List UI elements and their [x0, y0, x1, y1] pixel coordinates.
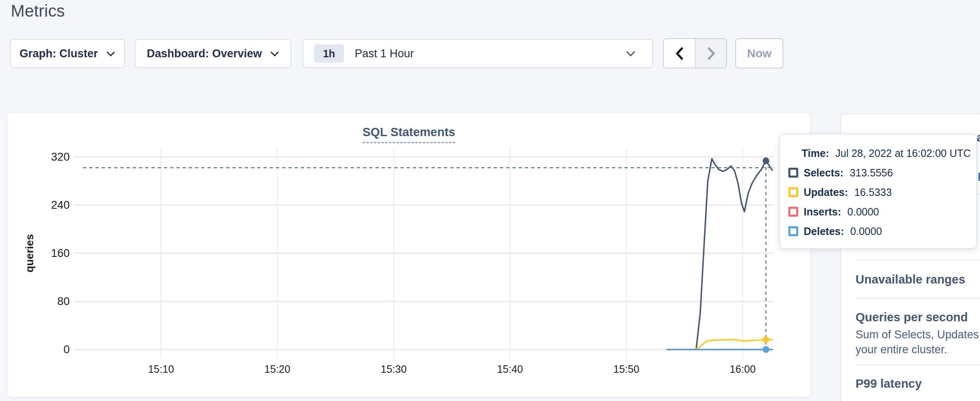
series-swatch-icon	[788, 226, 798, 236]
divider	[856, 298, 980, 299]
tooltip-time-value: Jul 28, 2022 at 16:02:00 UTC	[835, 147, 971, 159]
sidebar-p99-latency-heading: P99 latency	[856, 377, 922, 391]
divider	[856, 364, 980, 365]
next-timeframe-button[interactable]	[695, 39, 726, 68]
tooltip-series-value: 16.5333	[854, 186, 892, 198]
previous-timeframe-button[interactable]	[664, 39, 695, 68]
tooltip-series-value: 313.5556	[850, 167, 893, 179]
time-range-label: Past 1 Hour	[355, 47, 414, 60]
sidebar-heading-fragment: a	[977, 131, 980, 144]
graph-dropdown[interactable]: Graph: Cluster	[10, 39, 125, 68]
chevron-down-icon	[106, 51, 115, 56]
sql-statements-chart-card: SQL Statements	[7, 113, 810, 397]
chart-hover-tooltip: Time: Jul 28, 2022 at 16:02:00 UTC Selec…	[779, 134, 977, 249]
tooltip-series-label: Updates:	[804, 186, 848, 198]
sidebar-qps-heading: Queries per second	[856, 311, 968, 324]
time-range-selector[interactable]: 1h Past 1 Hour	[302, 39, 653, 68]
time-pager	[663, 38, 727, 68]
tooltip-time-label: Time:	[802, 147, 829, 159]
series-swatch-icon	[788, 187, 798, 197]
tooltip-series-row: Selects:313.5556	[780, 166, 976, 179]
tooltip-series-row: Inserts:0.0000	[780, 205, 976, 218]
graph-dropdown-label: Graph: Cluster	[20, 47, 98, 60]
tooltip-series-label: Selects:	[804, 167, 843, 179]
chevron-down-icon	[270, 51, 279, 56]
now-button[interactable]: Now	[735, 38, 783, 68]
tooltip-series-value: 0.0000	[847, 206, 879, 218]
divider	[856, 259, 980, 260]
chevron-right-icon	[706, 46, 717, 61]
tooltip-series-label: Inserts:	[804, 206, 841, 218]
tooltip-series-value: 0.0000	[850, 225, 882, 237]
sidebar-qps-description-line2: your entire cluster.	[856, 343, 947, 356]
metrics-page: Metrics Graph: Cluster Dashboard: Overvi…	[0, 0, 980, 401]
chevron-left-icon	[674, 46, 685, 61]
sidebar-unavailable-ranges-heading: Unavailable ranges	[856, 273, 965, 286]
series-swatch-icon	[788, 168, 798, 178]
series-swatch-icon	[788, 207, 798, 217]
chevron-down-icon	[626, 51, 636, 56]
page-title: Metrics	[11, 2, 65, 20]
tooltip-series-row: Updates:16.5333	[780, 186, 976, 198]
sidebar-qps-description-line1: Sum of Selects, Updates, Inser	[856, 328, 980, 341]
tooltip-series-label: Deletes:	[804, 225, 844, 237]
dashboard-dropdown-label: Dashboard: Overview	[147, 47, 262, 60]
dashboard-dropdown[interactable]: Dashboard: Overview	[135, 39, 291, 68]
chart-title[interactable]: SQL Statements	[363, 125, 455, 143]
tooltip-series-row: Deletes:0.0000	[780, 225, 976, 237]
time-range-badge: 1h	[314, 44, 344, 63]
partial-link-fragment[interactable]	[978, 173, 980, 181]
